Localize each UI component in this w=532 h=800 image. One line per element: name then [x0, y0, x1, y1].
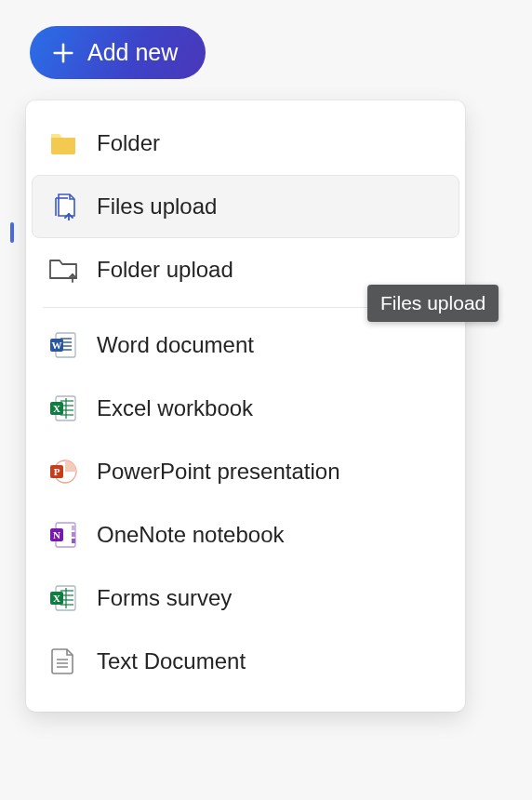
menu-item-powerpoint[interactable]: P PowerPoint presentation	[32, 440, 459, 503]
menu-item-label: Word document	[97, 332, 254, 358]
menu-item-files-upload[interactable]: Files upload	[32, 175, 459, 238]
menu-item-text-document[interactable]: Text Document	[32, 630, 459, 693]
menu-item-label: PowerPoint presentation	[97, 459, 340, 485]
menu-item-label: Forms survey	[97, 585, 232, 611]
active-indicator	[10, 222, 14, 243]
tooltip-files-upload: Files upload	[367, 285, 499, 322]
svg-text:X: X	[53, 593, 60, 604]
onenote-icon: N	[48, 520, 78, 550]
files-upload-icon	[48, 192, 78, 221]
menu-item-label: Folder	[97, 130, 160, 156]
word-icon: W	[48, 330, 78, 360]
svg-rect-23	[72, 526, 75, 530]
svg-text:X: X	[53, 403, 60, 414]
tooltip-text: Files upload	[380, 292, 485, 313]
menu-item-word[interactable]: W Word document	[32, 313, 459, 377]
menu-item-label: OneNote notebook	[97, 522, 284, 548]
menu-item-label: Files upload	[97, 193, 217, 220]
excel-icon: X	[48, 393, 78, 423]
menu-item-label: Folder upload	[97, 257, 233, 283]
menu-item-label: Excel workbook	[97, 395, 253, 421]
menu-item-folder[interactable]: Folder	[32, 112, 459, 175]
svg-text:N: N	[53, 529, 60, 540]
text-doc-icon	[48, 647, 78, 676]
svg-rect-25	[72, 539, 75, 543]
svg-text:W: W	[52, 340, 62, 351]
powerpoint-icon: P	[48, 457, 78, 487]
add-new-label: Add new	[87, 39, 178, 66]
menu-item-excel[interactable]: X Excel workbook	[32, 377, 459, 440]
menu-item-onenote[interactable]: N OneNote notebook	[32, 503, 459, 567]
forms-icon: X	[48, 583, 78, 613]
menu-item-label: Text Document	[97, 648, 246, 674]
folder-upload-icon	[48, 255, 78, 285]
menu-item-forms[interactable]: X Forms survey	[32, 567, 459, 630]
svg-text:P: P	[54, 466, 60, 477]
svg-rect-24	[72, 532, 75, 537]
folder-icon	[48, 128, 78, 158]
add-new-dropdown: Folder Files upload Folder upload	[26, 100, 465, 712]
plus-icon	[50, 40, 76, 66]
add-new-button[interactable]: Add new	[30, 26, 206, 79]
